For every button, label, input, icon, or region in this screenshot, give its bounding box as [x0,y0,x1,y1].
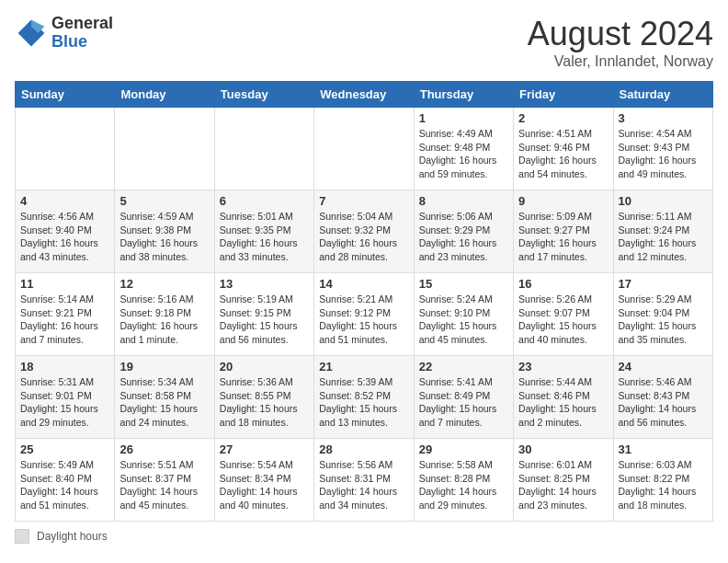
month-year: August 2024 [528,15,713,53]
day-cell: 4Sunrise: 4:56 AM Sunset: 9:40 PM Daylig… [16,190,115,273]
day-number: 18 [20,360,109,373]
day-number: 31 [619,442,708,456]
day-info: Sunrise: 5:46 AM Sunset: 8:43 PM Dayligh… [619,375,708,430]
daylight-legend-box [15,529,29,544]
day-info: Sunrise: 5:29 AM Sunset: 9:04 PM Dayligh… [619,293,708,347]
day-cell [314,108,414,190]
day-cell: 7Sunrise: 5:04 AM Sunset: 9:32 PM Daylig… [314,190,414,273]
day-cell: 21Sunrise: 5:39 AM Sunset: 8:52 PM Dayli… [314,356,414,439]
day-number: 8 [419,194,508,208]
day-number: 14 [319,277,408,291]
day-header-saturday: Saturday [613,82,712,108]
day-number: 27 [220,442,309,456]
day-number: 26 [119,442,209,456]
day-number: 13 [220,277,309,291]
title-block: August 2024 Valer, Innlandet, Norway [528,15,713,70]
day-cell: 27Sunrise: 5:54 AM Sunset: 8:34 PM Dayli… [214,439,313,522]
day-info: Sunrise: 5:31 AM Sunset: 9:01 PM Dayligh… [20,375,109,430]
day-info: Sunrise: 4:56 AM Sunset: 9:40 PM Dayligh… [20,210,109,264]
day-info: Sunrise: 5:51 AM Sunset: 8:37 PM Dayligh… [119,458,209,512]
day-cell: 13Sunrise: 5:19 AM Sunset: 9:15 PM Dayli… [214,273,313,356]
day-info: Sunrise: 5:09 AM Sunset: 9:27 PM Dayligh… [518,210,608,264]
day-info: Sunrise: 4:51 AM Sunset: 9:46 PM Dayligh… [518,127,608,181]
calendar-table: SundayMondayTuesdayWednesdayThursdayFrid… [15,81,713,522]
day-number: 10 [619,194,708,208]
day-cell: 23Sunrise: 5:44 AM Sunset: 8:46 PM Dayli… [514,356,613,439]
day-number: 19 [119,360,209,373]
day-headers-row: SundayMondayTuesdayWednesdayThursdayFrid… [16,82,713,108]
week-row-4: 18Sunrise: 5:31 AM Sunset: 9:01 PM Dayli… [16,356,713,439]
day-info: Sunrise: 5:21 AM Sunset: 9:12 PM Dayligh… [319,293,408,347]
logo-general-text: General [51,14,113,32]
day-number: 29 [419,442,508,456]
day-cell: 17Sunrise: 5:29 AM Sunset: 9:04 PM Dayli… [613,273,712,356]
day-info: Sunrise: 5:34 AM Sunset: 8:58 PM Dayligh… [119,375,209,430]
day-cell [214,108,313,190]
day-cell: 5Sunrise: 4:59 AM Sunset: 9:38 PM Daylig… [115,190,214,273]
day-header-friday: Friday [514,82,613,108]
day-info: Sunrise: 4:54 AM Sunset: 9:43 PM Dayligh… [619,127,708,181]
week-row-3: 11Sunrise: 5:14 AM Sunset: 9:21 PM Dayli… [16,273,713,356]
day-info: Sunrise: 5:16 AM Sunset: 9:18 PM Dayligh… [119,293,209,347]
week-row-1: 1Sunrise: 4:49 AM Sunset: 9:48 PM Daylig… [16,108,713,190]
day-info: Sunrise: 4:59 AM Sunset: 9:38 PM Dayligh… [119,210,209,264]
day-header-wednesday: Wednesday [314,82,414,108]
day-number: 30 [518,442,608,456]
day-number: 3 [619,111,708,125]
day-number: 1 [419,111,508,125]
day-info: Sunrise: 5:36 AM Sunset: 8:55 PM Dayligh… [220,375,309,430]
day-cell: 29Sunrise: 5:58 AM Sunset: 8:28 PM Dayli… [414,439,513,522]
day-header-tuesday: Tuesday [214,82,313,108]
day-header-sunday: Sunday [16,82,115,108]
day-info: Sunrise: 5:39 AM Sunset: 8:52 PM Dayligh… [319,375,408,430]
day-number: 20 [220,360,309,373]
day-number: 5 [119,194,209,208]
day-info: Sunrise: 5:49 AM Sunset: 8:40 PM Dayligh… [20,458,109,512]
day-info: Sunrise: 5:26 AM Sunset: 9:07 PM Dayligh… [518,293,608,347]
day-cell: 3Sunrise: 4:54 AM Sunset: 9:43 PM Daylig… [613,108,712,190]
day-cell: 24Sunrise: 5:46 AM Sunset: 8:43 PM Dayli… [613,356,712,439]
day-info: Sunrise: 5:06 AM Sunset: 9:29 PM Dayligh… [419,210,508,264]
day-cell [16,108,115,190]
location: Valer, Innlandet, Norway [528,53,713,70]
day-number: 28 [319,442,408,456]
day-cell: 18Sunrise: 5:31 AM Sunset: 9:01 PM Dayli… [16,356,115,439]
day-cell: 28Sunrise: 5:56 AM Sunset: 8:31 PM Dayli… [314,439,414,522]
day-info: Sunrise: 6:03 AM Sunset: 8:22 PM Dayligh… [619,458,708,512]
day-number: 25 [20,442,109,456]
day-number: 7 [319,194,408,208]
day-cell: 2Sunrise: 4:51 AM Sunset: 9:46 PM Daylig… [514,108,613,190]
day-info: Sunrise: 5:41 AM Sunset: 8:49 PM Dayligh… [419,375,508,430]
day-info: Sunrise: 5:01 AM Sunset: 9:35 PM Dayligh… [220,210,309,264]
day-info: Sunrise: 6:01 AM Sunset: 8:25 PM Dayligh… [518,458,608,512]
week-row-5: 25Sunrise: 5:49 AM Sunset: 8:40 PM Dayli… [16,439,713,522]
header: General Blue August 2024 Valer, Innlande… [15,15,713,70]
day-number: 4 [20,194,109,208]
day-number: 11 [20,277,109,291]
day-number: 2 [518,111,608,125]
day-cell: 31Sunrise: 6:03 AM Sunset: 8:22 PM Dayli… [613,439,712,522]
day-info: Sunrise: 5:56 AM Sunset: 8:31 PM Dayligh… [319,458,408,512]
day-number: 16 [518,277,608,291]
day-number: 15 [419,277,508,291]
day-cell: 25Sunrise: 5:49 AM Sunset: 8:40 PM Dayli… [16,439,115,522]
day-info: Sunrise: 5:11 AM Sunset: 9:24 PM Dayligh… [619,210,708,264]
day-cell: 19Sunrise: 5:34 AM Sunset: 8:58 PM Dayli… [115,356,214,439]
logo: General Blue [15,15,113,52]
logo-blue-text: Blue [51,32,87,51]
day-number: 22 [419,360,508,373]
day-info: Sunrise: 4:49 AM Sunset: 9:48 PM Dayligh… [419,127,508,181]
day-number: 23 [518,360,608,373]
day-cell: 30Sunrise: 6:01 AM Sunset: 8:25 PM Dayli… [514,439,613,522]
day-info: Sunrise: 5:04 AM Sunset: 9:32 PM Dayligh… [319,210,408,264]
day-cell: 6Sunrise: 5:01 AM Sunset: 9:35 PM Daylig… [214,190,313,273]
week-row-2: 4Sunrise: 4:56 AM Sunset: 9:40 PM Daylig… [16,190,713,273]
day-info: Sunrise: 5:24 AM Sunset: 9:10 PM Dayligh… [419,293,508,347]
daylight-label: Daylight hours [37,530,108,543]
day-cell: 14Sunrise: 5:21 AM Sunset: 9:12 PM Dayli… [314,273,414,356]
day-cell: 20Sunrise: 5:36 AM Sunset: 8:55 PM Dayli… [214,356,313,439]
day-info: Sunrise: 5:54 AM Sunset: 8:34 PM Dayligh… [220,458,309,512]
day-cell: 11Sunrise: 5:14 AM Sunset: 9:21 PM Dayli… [16,273,115,356]
day-cell [115,108,214,190]
day-number: 12 [119,277,209,291]
